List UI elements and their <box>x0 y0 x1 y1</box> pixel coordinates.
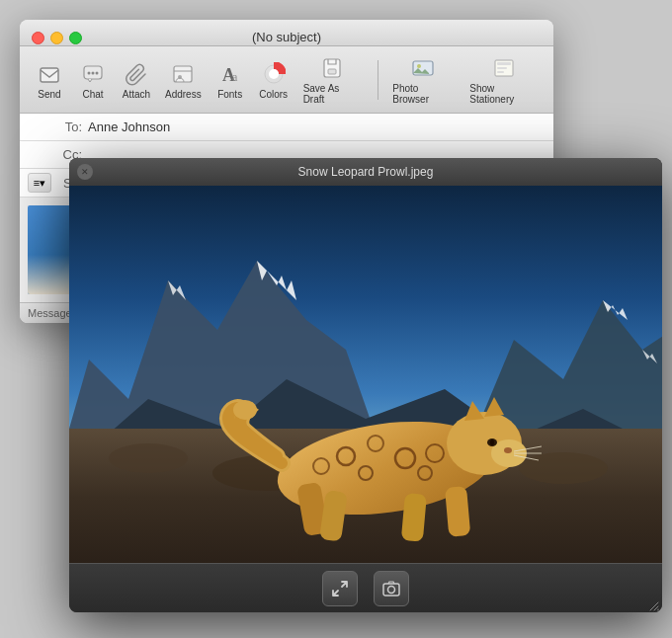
svg-point-51 <box>233 400 257 420</box>
photo-browser-label: Photo Browser <box>392 83 454 105</box>
show-stationery-label: Show Stationery <box>469 83 538 105</box>
svg-point-14 <box>417 64 421 68</box>
send-button[interactable]: Send <box>30 58 69 102</box>
svg-rect-47 <box>445 486 470 537</box>
colors-label: Colors <box>259 89 288 100</box>
svg-rect-48 <box>401 493 427 542</box>
to-row: To: <box>20 114 553 141</box>
save-draft-icon <box>318 54 346 82</box>
svg-point-3 <box>92 71 95 74</box>
save-as-draft-button[interactable]: Save As Draft <box>297 52 367 107</box>
toolbar-separator <box>378 60 378 100</box>
mail-toolbar: Send Chat Attach <box>20 46 553 114</box>
fonts-label: Fonts <box>217 89 242 100</box>
show-stationery-button[interactable]: Show Stationery <box>463 52 544 107</box>
svg-point-31 <box>519 452 608 484</box>
close-button[interactable] <box>32 32 44 44</box>
send-icon <box>36 60 63 88</box>
attach-label: Attach <box>123 89 150 100</box>
viewer-image-area <box>69 186 662 563</box>
svg-point-2 <box>88 71 91 74</box>
svg-rect-12 <box>328 69 336 74</box>
camera-icon <box>381 579 401 598</box>
resize-icon <box>648 600 660 612</box>
address-label: Address <box>165 89 202 100</box>
format-button[interactable]: ≡▾ <box>28 173 51 193</box>
svg-text:a: a <box>232 70 238 84</box>
address-icon <box>169 60 197 88</box>
save-draft-label: Save As Draft <box>303 83 361 105</box>
send-label: Send <box>38 89 60 100</box>
svg-point-38 <box>490 439 494 445</box>
svg-point-10 <box>269 69 279 79</box>
colors-button[interactable]: Colors <box>254 58 294 102</box>
svg-point-39 <box>504 447 512 453</box>
svg-point-56 <box>388 586 395 593</box>
maximize-button[interactable] <box>69 32 82 44</box>
resize-handle[interactable] <box>648 598 660 610</box>
svg-rect-17 <box>497 67 507 69</box>
mail-titlebar: (No subject) <box>20 20 553 46</box>
minimize-button[interactable] <box>50 32 63 44</box>
photo-browser-button[interactable]: Photo Browser <box>386 52 460 107</box>
svg-point-28 <box>109 443 188 473</box>
svg-rect-16 <box>497 62 511 65</box>
expand-button[interactable] <box>322 571 358 606</box>
viewer-title: Snow Leopard Prowl.jpeg <box>298 165 434 179</box>
chat-button[interactable]: Chat <box>73 58 113 102</box>
image-viewer-window: Snow Leopard Prowl.jpeg <box>69 158 662 612</box>
svg-point-4 <box>96 71 99 74</box>
to-input[interactable] <box>88 118 546 136</box>
show-stationery-icon <box>490 54 518 82</box>
message-status: Message <box>28 307 72 319</box>
svg-rect-0 <box>41 68 58 82</box>
attach-icon <box>123 60 150 88</box>
viewer-close-button[interactable] <box>77 164 93 180</box>
fonts-button[interactable]: A a Fonts <box>210 58 250 102</box>
fonts-icon: A a <box>216 60 244 88</box>
address-button[interactable]: Address <box>160 58 207 102</box>
chat-icon <box>79 60 107 88</box>
colors-icon <box>260 60 288 88</box>
window-controls <box>32 32 82 44</box>
expand-icon <box>330 579 350 598</box>
photo-browser-icon <box>409 54 437 82</box>
viewer-titlebar: Snow Leopard Prowl.jpeg <box>69 158 662 186</box>
svg-rect-18 <box>497 71 504 73</box>
attach-button[interactable]: Attach <box>117 58 156 102</box>
scene-svg <box>69 186 662 563</box>
window-title: (No subject) <box>252 30 321 50</box>
camera-button[interactable] <box>374 571 409 606</box>
viewer-bottombar <box>69 563 662 612</box>
scene-background <box>69 186 662 563</box>
to-label: To: <box>28 120 82 134</box>
chat-label: Chat <box>82 89 103 100</box>
